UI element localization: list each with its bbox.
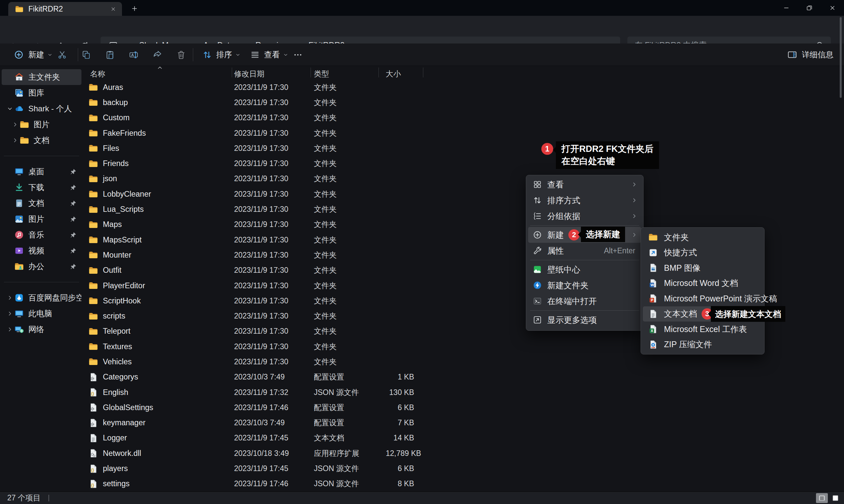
sidebar-item-download[interactable]: 下载 — [2, 180, 82, 195]
sidebar-item-desktop[interactable]: 桌面 — [2, 164, 82, 180]
sidebar-item-video[interactable]: 视频 — [2, 243, 82, 258]
cut-button[interactable] — [53, 47, 71, 62]
column-header-type[interactable]: 类型 — [314, 69, 329, 79]
file-row[interactable]: keymanager2023/10/3 7:49配置设置7 KB — [83, 415, 844, 431]
minimize-button[interactable] — [775, 0, 798, 16]
file-row[interactable]: Friends2023/11/9 17:30文件夹 — [83, 156, 844, 171]
file-row[interactable]: Files2023/11/9 17:30文件夹 — [83, 141, 844, 156]
sidebar-item-music[interactable]: 音乐 — [2, 227, 82, 243]
file-name: keymanager — [103, 418, 145, 427]
file-name: backup — [103, 98, 128, 107]
command-toolbar: 新建 排序 查看 详细信息 — [0, 43, 844, 66]
chevron-right-icon[interactable] — [11, 132, 19, 148]
sidebar-item-onedrive[interactable]: Shark - 个人 — [2, 101, 82, 116]
menu-item-zipfile[interactable]: ZIPZIP 压缩文件 — [643, 337, 762, 353]
sidebar-item-folder[interactable]: 文档 — [2, 132, 82, 148]
textdoc-icon — [88, 433, 98, 443]
view-button[interactable]: 查看 — [246, 47, 293, 62]
paste-button[interactable] — [101, 47, 118, 62]
column-divider[interactable] — [378, 68, 379, 77]
pin-icon — [70, 215, 77, 223]
file-row[interactable]: {}English2023/11/9 17:32JSON 源文件130 KB — [83, 385, 844, 400]
details-view-toggle[interactable] — [816, 493, 828, 503]
menu-item-wallpaper[interactable]: 壁纸中心 — [528, 262, 641, 277]
tab-fikitrdr2[interactable]: FikitRDR2 — [8, 2, 122, 16]
pictures-icon — [14, 214, 24, 224]
file-row[interactable]: {}settings2023/11/9 17:46JSON 源文件8 KB — [83, 476, 844, 491]
file-row[interactable]: Vehicles2023/11/9 17:30文件夹 — [83, 354, 844, 369]
sort-button[interactable]: 排序 — [198, 47, 245, 62]
json-icon: {} — [88, 388, 98, 397]
close-window-button[interactable] — [821, 0, 844, 16]
file-row[interactable]: LobbyCleaner2023/11/9 17:30文件夹 — [83, 186, 844, 202]
file-row[interactable]: Lua_Scripts2023/11/9 17:30文件夹 — [83, 202, 844, 217]
new-tab-button[interactable] — [129, 3, 140, 14]
restore-button[interactable] — [798, 0, 821, 16]
menu-shortcut: Alt+Enter — [604, 247, 637, 255]
sidebar-item-home[interactable]: 主文件夹 — [2, 69, 82, 85]
chevron-down-icon[interactable] — [5, 101, 14, 116]
file-row[interactable]: Auras2023/11/9 17:30文件夹 — [83, 80, 844, 95]
column-header-date[interactable]: 修改日期 — [234, 69, 264, 79]
file-row[interactable]: Categorys2023/10/3 7:49配置设置1 KB — [83, 370, 844, 385]
sidebar-item-docs[interactable]: 文档 — [2, 195, 82, 211]
file-name: Teleport — [103, 327, 131, 336]
sidebar-item-label: 音乐 — [28, 230, 70, 240]
rename-button[interactable] — [125, 47, 142, 62]
tab-close-button[interactable] — [109, 5, 117, 13]
sidebar-item-gallery[interactable]: 图库 — [2, 85, 82, 101]
file-date: 2023/10/3 7:49 — [234, 373, 314, 381]
file-row[interactable]: Logger2023/11/9 17:45文本文档14 KB — [83, 431, 844, 446]
column-header-name[interactable]: 名称 — [90, 69, 105, 79]
menu-item-grid4[interactable]: 查看 — [528, 177, 641, 192]
file-row[interactable]: FakeFriends2023/11/9 17:30文件夹 — [83, 126, 844, 141]
menu-item-ppt[interactable]: PMicrosoft PowerPoint 演示文稿 — [643, 291, 762, 306]
file-row[interactable]: backup2023/11/9 17:30文件夹 — [83, 95, 844, 110]
menu-item-sortwhite[interactable]: 排序方式 — [528, 192, 641, 208]
copy-button[interactable] — [77, 47, 94, 62]
menu-item-expand[interactable]: 显示更多选项 — [528, 312, 641, 328]
new-button[interactable]: 新建 — [8, 47, 58, 62]
chevron-right-icon[interactable] — [5, 306, 14, 322]
chevron-down-icon — [48, 52, 52, 57]
step-2-callout: 选择新建 — [581, 227, 625, 242]
sidebar-item-pictures[interactable]: 图片 — [2, 211, 82, 227]
menu-item-shortcut[interactable]: 快捷方式 — [643, 245, 762, 260]
menu-item-boltcircle[interactable]: 新建文件夹 — [528, 277, 641, 293]
chevron-right-icon[interactable] — [5, 290, 14, 306]
more-options-button[interactable] — [289, 47, 306, 62]
column-divider[interactable] — [423, 68, 423, 77]
file-name-cell: Textures — [83, 342, 234, 352]
sidebar-item-office[interactable]: 办公 — [2, 258, 82, 274]
column-divider[interactable] — [311, 68, 311, 77]
column-header-size[interactable]: 大小 — [386, 69, 401, 79]
menu-item-folder[interactable]: 文件夹 — [643, 230, 762, 245]
menu-item-grouplist[interactable]: 分组依据 — [528, 208, 641, 224]
file-row[interactable]: json2023/11/9 17:30文件夹 — [83, 171, 844, 186]
sidebar-item-baidu[interactable]: 百度网盘同步空间 — [2, 290, 82, 306]
file-row[interactable]: Custom2023/11/9 17:30文件夹 — [83, 110, 844, 126]
menu-item-word[interactable]: WMicrosoft Word 文档 — [643, 276, 762, 291]
file-row[interactable]: {}players2023/11/9 17:45JSON 源文件6 KB — [83, 461, 844, 476]
grid4-icon — [533, 180, 542, 189]
menu-item-terminal[interactable]: 在终端中打开 — [528, 293, 641, 309]
sidebar-item-folder[interactable]: 图片 — [2, 116, 82, 132]
menu-item-excel[interactable]: XMicrosoft Excel 工作表 — [643, 322, 762, 337]
chevron-right-icon[interactable] — [11, 116, 19, 132]
folder-icon — [88, 266, 98, 275]
sidebar-item-network[interactable]: 网络 — [2, 322, 82, 337]
menu-item-wrench[interactable]: 属性Alt+Enter — [528, 243, 641, 258]
file-row[interactable]: GlobalSettings2023/11/9 17:46配置设置6 KB — [83, 400, 844, 415]
menu-item-bmp[interactable]: BMP 图像 — [643, 260, 762, 276]
details-pane-button[interactable]: 详细信息 — [785, 47, 836, 62]
column-divider[interactable] — [232, 68, 232, 77]
sidebar-item-pc[interactable]: 此电脑 — [2, 306, 82, 322]
trash-button[interactable] — [172, 47, 190, 62]
folder-icon — [19, 136, 29, 145]
share-button[interactable] — [149, 47, 166, 62]
file-row[interactable]: Network.dll2023/10/18 3:49应用程序扩展12,789 K… — [83, 446, 844, 461]
sidebar-item-label: 办公 — [28, 261, 70, 272]
chevron-right-icon[interactable] — [5, 322, 14, 337]
thumbnail-view-toggle[interactable] — [830, 493, 841, 503]
vertical-scrollbar[interactable] — [840, 17, 842, 98]
